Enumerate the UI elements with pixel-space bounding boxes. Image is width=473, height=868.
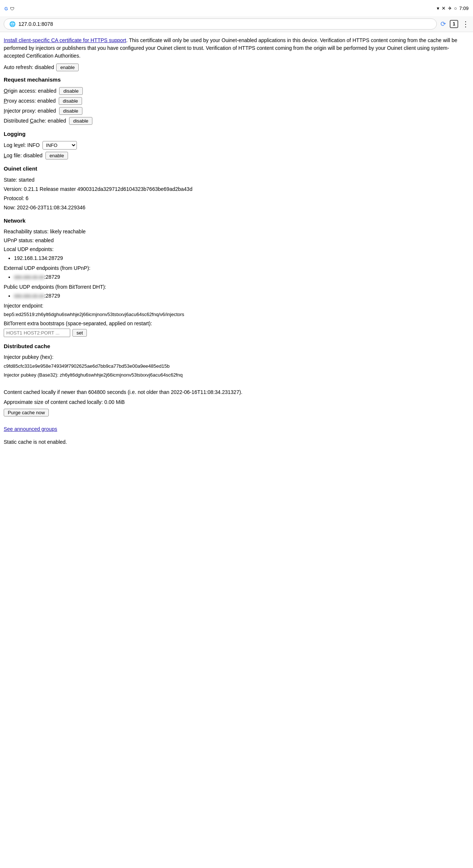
ouinet-protocol: Protocol: 6 [4,195,469,202]
see-announced-groups-link[interactable]: See announced groups [4,426,57,432]
ouinet-now: Now: 2022-06-23T11:08:34.229346 [4,204,469,212]
ouinet-client-section: Ouinet client State: started Version: 0.… [4,165,469,212]
static-cache-text: Static cache is not enabled. [4,438,469,446]
auto-refresh-enable-button[interactable]: enable [56,64,79,71]
more-options-icon[interactable]: ⋮ [462,20,469,28]
origin-access-row: Origin access: enabled disable [4,87,469,95]
page-content: Install client-specific CA certificate f… [0,32,473,456]
distributed-cache-label: Distributed Cache: enabled [4,117,66,125]
status-bar-right: ▾ ✕ ✈ ○ 7:09 [437,6,469,11]
shield-icon [10,5,14,11]
ouinet-version: Version: 0.21.1 Release master 4900312da… [4,185,469,193]
auto-refresh-row: Auto refresh: disabled enable [4,64,469,71]
public-endpoints-list: xxx.xxx.xx.xx:28729 [14,292,469,300]
proxy-access-label: Proxy access: enabled [4,97,56,105]
wifi-icon: ▾ [437,6,439,11]
battery-icon: ○ [454,6,457,11]
airplane-icon: ✈ [448,6,452,11]
log-file-label: Log file: disabled [4,152,42,159]
distributed-cache-disable-button[interactable]: disable [69,117,92,125]
bootstrap-set-button[interactable]: set [72,329,87,337]
external-endpoint-blurred: xxx.xxx.xx.xx [14,273,44,281]
injector-proxy-row: Injector proxy: enabled disable [4,107,469,115]
distributed-cache-section: Distributed cache Injector pubkey (hex):… [4,342,469,446]
external-endpoint-port: :28729 [44,274,60,280]
reachability-status: Reachability status: likely reachable [4,228,469,236]
distributed-cache-heading: Distributed cache [4,342,469,351]
local-endpoints-list: 192.168.1.134:28729 [14,254,469,262]
cache-age-text: Content cached locally if newer than 604… [4,388,469,396]
injector-proxy-disable-button[interactable]: disable [59,107,82,115]
bootstrap-input[interactable] [4,329,70,337]
log-level-label: Log level: INFO [4,141,40,149]
address-bar[interactable]: 🌐 127.0.0.1:8078 [4,18,437,30]
purge-cache-button[interactable]: Purge cache now [4,409,49,416]
globe-icon: 🌐 [9,21,16,27]
logging-heading: Logging [4,130,469,138]
pubkey-base32: Injector pubkey (Base32): zh6ylt6dghu6sw… [4,371,469,379]
external-udp-label: External UDP endpoints (from UPnP): [4,264,469,272]
intro-paragraph: Install client-specific CA certificate f… [4,37,469,60]
browser-bar: 🌐 127.0.0.1:8078 ⟳ 1 ⋮ [0,16,473,32]
public-endpoint-port: :28729 [44,293,60,299]
install-cert-link[interactable]: Install client-specific CA certificate f… [4,37,126,43]
external-endpoints-list: xxx.xxx.xx.xx:28729 [14,273,469,281]
logging-section: Logging Log level: INFO INFO DEBUG WARNI… [4,130,469,160]
public-endpoint-item: xxx.xxx.xx.xx:28729 [14,292,469,300]
status-bar: ▾ ✕ ✈ ○ 7:09 [0,0,473,16]
external-endpoint-item: xxx.xxx.xx.xx:28729 [14,273,469,281]
browser-actions: ⟳ 1 ⋮ [440,20,469,28]
chrome-refresh-icon[interactable]: ⟳ [440,20,446,28]
injector-endpoint-value: bep5:ed25519:zh6ylt6dghu6swhhje2j66icmjn… [4,311,469,318]
log-file-row: Log file: disabled enable [4,152,469,159]
log-file-enable-button[interactable]: enable [45,152,68,159]
network-heading: Network [4,217,469,225]
bootstrap-label: BitTorrent extra bootstraps (space-separ… [4,320,469,327]
upnp-status: UPnP status: enabled [4,237,469,244]
request-mechanisms-heading: Request mechanisms [4,76,469,84]
ouinet-state: State: started [4,176,469,184]
distributed-cache-row: Distributed Cache: enabled disable [4,117,469,125]
pubkey-hex-label: Injector pubkey (hex): [4,353,469,361]
log-level-select[interactable]: INFO DEBUG WARNING ERROR [42,141,77,150]
status-bar-left [4,5,14,11]
proxy-access-disable-button[interactable]: disable [59,97,82,105]
injector-proxy-label: Injector proxy: enabled [4,107,56,115]
request-mechanisms-section: Request mechanisms Origin access: enable… [4,76,469,125]
log-level-row: Log level: INFO INFO DEBUG WARNING ERROR [4,141,469,150]
injector-endpoint-label: Injector endpoint: [4,302,469,310]
pubkey-hex-value: c9fd85cfc331e9e958e749349f7902625ae6d7bb… [4,363,469,370]
approx-size-text: Approximate size of content cached local… [4,398,469,406]
g-icon [4,5,8,11]
origin-access-label: Origin access: enabled [4,87,56,95]
tab-count[interactable]: 1 [450,20,458,28]
public-udp-label: Public UDP endpoints (from BitTorrent DH… [4,283,469,291]
proxy-access-row: Proxy access: enabled disable [4,97,469,105]
auto-refresh-label: Auto refresh: disabled [4,64,54,71]
local-endpoint-item: 192.168.1.134:28729 [14,254,469,262]
bootstrap-row: set [4,329,469,337]
network-section: Network Reachability status: likely reac… [4,217,469,337]
clock: 7:09 [459,6,469,11]
url-text: 127.0.0.1:8078 [18,21,53,27]
ouinet-client-heading: Ouinet client [4,165,469,173]
local-udp-label: Local UDP endpoints: [4,246,469,253]
origin-access-disable-button[interactable]: disable [59,87,82,95]
no-signal-icon: ✕ [442,6,446,11]
public-endpoint-blurred: xxx.xxx.xx.xx [14,292,44,300]
